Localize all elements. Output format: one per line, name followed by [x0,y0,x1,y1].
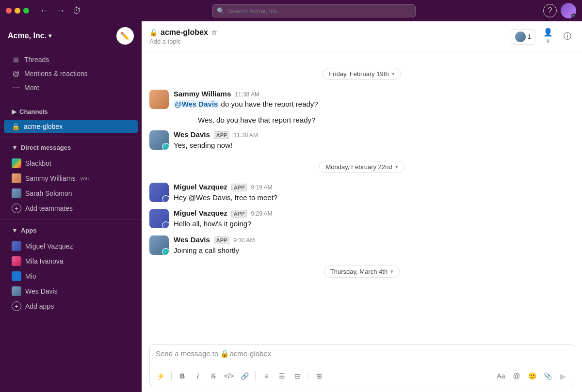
more-icon: ⋯ [12,84,20,92]
sarah-avatar [12,188,21,198]
dm-section[interactable]: ▼ Direct messages [4,141,138,154]
bold-button[interactable]: B [176,369,189,383]
date-divider-thursday: Thursday, March 4th ▾ [142,266,582,278]
date-chevron-monday-icon: ▾ [395,164,398,170]
minimize-dot[interactable] [15,8,20,14]
msg-time-1: 11:38 AM [235,91,259,98]
apps-section[interactable]: ▼ Apps [4,224,138,237]
msg-sender-wes1[interactable]: Wes Davis [174,130,210,139]
dm-sarah[interactable]: Sarah Solomon [4,186,138,201]
msg-text-1: @Wes Davis do you have the report ready? [174,99,574,110]
channel-star-icon[interactable]: ☆ [211,29,217,36]
dm-slackbot[interactable]: Slackbot [4,156,138,171]
msg-sender-miguel2[interactable]: Miguel Vazquez [174,209,227,217]
message-group-sammy1: Sammy Williams 11:38 AM @Wes Davis do yo… [142,88,582,112]
app-badge-wes [162,143,169,150]
blockquote-button[interactable]: ⊟ [291,369,304,383]
msg-sender-wes2[interactable]: Wes Davis [174,235,210,244]
close-dot[interactable] [6,8,12,14]
date-pill-monday[interactable]: Monday, February 22nd ▾ [319,161,404,173]
dm-sammy[interactable]: Sammy Williams you [4,171,138,186]
sidebar-item-mentions[interactable]: @ Mentions & reactions [4,67,138,80]
add-member-button[interactable]: 👤+ [541,30,555,44]
message-input[interactable]: Send a message to 🔒acme-globex [150,345,574,366]
ordered-list-button[interactable]: ≡ [259,369,273,383]
help-button[interactable]: ? [543,4,557,17]
app-miguel[interactable]: Miguel Vazquez [4,239,138,253]
channels-chevron-icon: ▶ [12,108,16,115]
mention-wes[interactable]: @Wes Davis [174,100,219,108]
date-pill-friday[interactable]: Friday, February 19th ▾ [323,68,401,80]
text-size-button[interactable]: Aa [494,369,508,383]
user-avatar[interactable] [561,3,576,18]
compose-button[interactable]: ✏️ [116,27,134,45]
search-input[interactable] [212,4,416,17]
wes-msg-avatar2 [149,235,169,255]
miguel-app-avatar [12,241,21,251]
sidebar-channel-acme-globex[interactable]: 🔒 acme-globex [4,120,138,133]
sidebar-item-threads[interactable]: ⊞ Threads [4,53,138,66]
date-divider-monday: Monday, February 22nd ▾ [142,161,582,173]
member-avatar-small [515,31,526,42]
date-pill-thursday[interactable]: Thursday, March 4th ▾ [324,266,400,278]
sidebar-item-more[interactable]: ⋯ More [4,81,138,94]
unordered-list-button[interactable]: ☰ [275,369,289,383]
msg-sender-miguel1[interactable]: Miguel Vazquez [174,183,227,191]
date-chevron-thursday-icon: ▾ [390,268,393,275]
maximize-dot[interactable] [23,8,29,14]
msg-content-wes2: Wes Davis APP 9:30 AM Joining a call sho… [174,235,574,256]
content-area: 🔒 acme-globex ☆ Add a topic 1 👤+ ⓘ [142,21,582,392]
italic-button[interactable]: I [191,369,205,383]
forward-button[interactable]: → [53,4,68,18]
sidebar-divider-2 [0,137,142,137]
titlebar: ← → ⏱ 🔍 ? [0,0,582,21]
mention-button[interactable]: @ [510,369,523,383]
msg-text-5: Joining a call shortly [174,245,574,256]
sidebar-nav: ⊞ Threads @ Mentions & reactions ⋯ More [0,50,142,97]
channel-topic[interactable]: Add a topic [149,38,507,45]
add-teammates-item[interactable]: + Add teammates [4,201,138,216]
add-apps-icon: + [12,301,21,311]
link-button[interactable]: 🔗 [238,369,251,383]
attachment-button[interactable]: 📎 [541,369,554,383]
channel-name[interactable]: acme-globex [161,28,208,37]
workspace-name[interactable]: Acme, Inc. ▾ [8,31,51,40]
channels-section[interactable]: ▶ Channels [4,105,138,118]
app-mio[interactable]: Mio [4,269,138,283]
message-group-wes2: Wes Davis APP 9:30 AM Joining a call sho… [142,234,582,258]
members-button[interactable]: 1 [511,29,535,45]
message-group-miguel1: Miguel Vazquez APP 9:19 AM Hey @Wes Davi… [142,181,582,205]
app-mila[interactable]: Mila Ivanova [4,254,138,268]
header-actions: 1 👤+ ⓘ [511,29,574,45]
app-badge-miguel1 [162,195,169,202]
back-button[interactable]: ← [37,4,51,18]
history-button[interactable]: ⏱ [70,4,84,18]
msg-text-3: Hey @Wes Davis, free to meet? [174,192,574,204]
table-button[interactable]: ⊞ [312,369,326,383]
send-button[interactable]: ▶ [556,369,570,383]
msg-text-continuation: Wes, do you have that report ready? [198,115,315,126]
app-wes[interactable]: Wes Davis [4,284,138,298]
slackbot-avatar [12,158,21,168]
miguel-msg-avatar1 [149,183,169,202]
search-wrapper: 🔍 [94,4,534,17]
sidebar-divider-3 [0,220,142,220]
msg-sender-sammy[interactable]: Sammy Williams [174,90,231,98]
wes-app-avatar [12,286,21,296]
lightning-button[interactable]: ⚡ [154,369,167,383]
add-apps-item[interactable]: + Add apps [4,299,138,314]
app-tag-miguel1: APP [231,184,247,191]
sammy-msg-avatar [149,90,169,109]
strikethrough-button[interactable]: S [207,369,220,383]
add-teammates-icon: + [12,204,21,213]
message-input-box: Send a message to 🔒acme-globex ⚡ B I S <… [149,344,574,386]
info-button[interactable]: ⓘ [561,30,574,44]
main-layout: Acme, Inc. ▾ ✏️ ⊞ Threads @ Mentions & r… [0,21,582,392]
sidebar: Acme, Inc. ▾ ✏️ ⊞ Threads @ Mentions & r… [0,21,142,392]
app-tag-wes1: APP [214,131,230,139]
msg-content-miguel1: Miguel Vazquez APP 9:19 AM Hey @Wes Davi… [174,183,574,204]
emoji-button[interactable]: 🙂 [525,369,539,383]
lock-icon: 🔒 [12,123,20,130]
code-button[interactable]: </> [222,369,236,383]
msg-header-miguel1: Miguel Vazquez APP 9:19 AM [174,183,574,191]
